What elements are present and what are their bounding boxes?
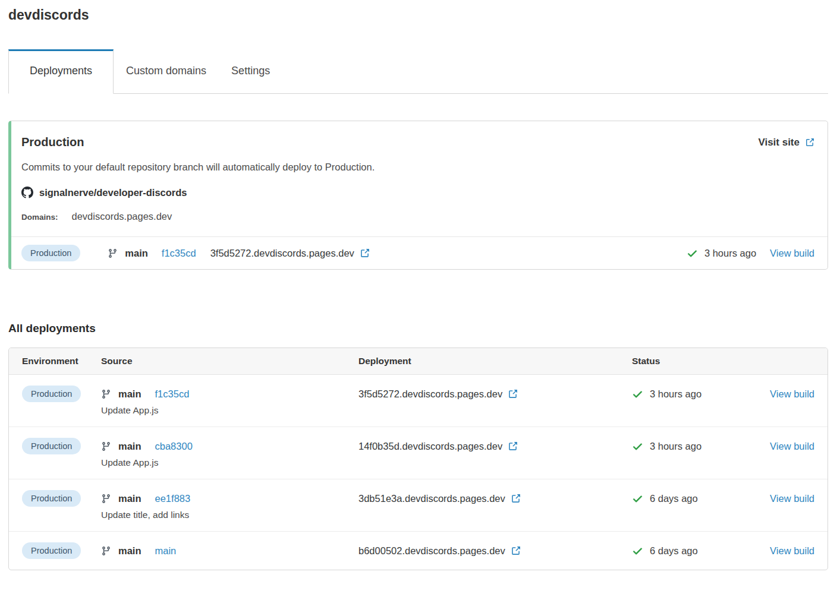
deployment-row: Production main cba8300 Update App.js 14… [9, 427, 828, 479]
github-icon [21, 187, 33, 198]
repo-name-link[interactable]: signalnerve/developer-discords [39, 187, 187, 198]
status-time: 3 hours ago [650, 441, 701, 452]
branch-name: main [118, 388, 141, 400]
commit-link[interactable]: main [155, 545, 177, 557]
git-branch-icon [101, 441, 111, 451]
all-deployments-title: All deployments [8, 322, 828, 335]
production-deployment-row: Production main f1c35cd 3f5d5272.devdisc… [11, 236, 828, 269]
status-cell: 3 hours ago [632, 438, 761, 454]
git-branch-icon [101, 546, 111, 556]
commit-link[interactable]: f1c35cd [162, 248, 196, 259]
external-link-icon [508, 441, 518, 451]
tab-settings[interactable]: Settings [219, 49, 282, 93]
status-time: 3 hours ago [650, 388, 701, 400]
page-title: devdiscords [8, 7, 828, 23]
status-cell: 6 days ago [632, 542, 761, 559]
source-cell: main cba8300 Update App.js [101, 438, 358, 468]
commit-link[interactable]: ee1f883 [155, 493, 191, 504]
deployment-cell: 3db51e3a.devdiscords.pages.dev [358, 490, 632, 507]
environment-badge: Production [22, 542, 81, 559]
check-icon [632, 545, 643, 557]
column-header-source: Source [101, 348, 358, 374]
commit-message: Update App.js [101, 405, 358, 416]
deployment-cell: 3f5d5272.devdiscords.pages.dev [358, 386, 632, 402]
environment-badge: Production [22, 438, 81, 454]
deployment-url: b6d00502.devdiscords.pages.dev [358, 545, 505, 557]
deployment-row: Production main f1c35cd Update App.js 3f… [9, 375, 828, 427]
check-icon [632, 441, 643, 452]
view-build-link[interactable]: View build [770, 441, 814, 452]
environment-cell: Production [22, 542, 101, 559]
git-branch-icon [101, 494, 111, 504]
external-link-icon [508, 389, 518, 399]
view-build-link[interactable]: View build [770, 493, 814, 504]
column-header-deployment: Deployment [358, 348, 632, 374]
view-build-link[interactable]: View build [770, 388, 814, 400]
environment-badge: Production [21, 245, 80, 261]
commit-link[interactable]: f1c35cd [155, 388, 190, 400]
production-card-title: Production [21, 135, 84, 149]
status-time: 6 days ago [650, 493, 698, 504]
status-cell: 3 hours ago [632, 386, 761, 402]
environment-cell: Production [22, 386, 101, 402]
column-header-status: Status [632, 348, 761, 374]
table-header-row: Environment Source Deployment Status [9, 348, 828, 375]
check-icon [687, 248, 698, 259]
check-icon [632, 493, 643, 504]
deployment-url-link[interactable]: b6d00502.devdiscords.pages.dev [358, 545, 521, 557]
status-group: 3 hours ago View build [687, 248, 814, 259]
external-link-icon [511, 494, 521, 504]
column-header-spacer [761, 348, 814, 374]
git-branch-icon [108, 248, 118, 258]
git-branch-icon [101, 389, 111, 399]
commit-message: Update title, add links [101, 510, 358, 520]
deployment-url: 3f5d5272.devdiscords.pages.dev [358, 388, 502, 400]
environment-cell: Production [22, 438, 101, 454]
deployments-table-body: Production main f1c35cd Update App.js 3f… [9, 375, 828, 570]
visit-site-link[interactable]: Visit site [758, 137, 814, 149]
status-time: 6 days ago [650, 545, 698, 557]
environment-cell: Production [22, 490, 101, 507]
view-build-cell: View build [761, 542, 814, 559]
branch-name: main [118, 545, 141, 557]
deployment-url-link[interactable]: 3f5d5272.devdiscords.pages.dev [358, 388, 518, 400]
commit-message: Update App.js [101, 457, 358, 468]
domains-value: devdiscords.pages.dev [72, 211, 172, 222]
view-build-cell: View build [761, 490, 814, 507]
branch-name: main [125, 248, 148, 259]
source-cell: main main [101, 542, 358, 559]
view-build-cell: View build [761, 438, 814, 454]
view-build-link[interactable]: View build [770, 545, 814, 557]
deployment-url: 3f5d5272.devdiscords.pages.dev [210, 248, 354, 259]
deployment-url-link[interactable]: 3f5d5272.devdiscords.pages.dev [210, 248, 370, 259]
deployments-table: Environment Source Deployment Status Pro… [8, 348, 828, 570]
check-icon [632, 388, 643, 400]
tab-deployments[interactable]: Deployments [8, 49, 114, 94]
production-card-body: Production Visit site Commits to your de… [11, 121, 828, 236]
environment-badge: Production [22, 386, 81, 402]
column-header-environment: Environment [22, 348, 101, 374]
deployment-row: Production main ee1f883 Update title, ad… [9, 479, 828, 531]
commit-link[interactable]: cba8300 [155, 441, 193, 452]
external-link-icon [511, 546, 521, 556]
branch-name: main [118, 441, 141, 452]
external-link-icon [805, 138, 814, 147]
deployment-url: 3db51e3a.devdiscords.pages.dev [358, 493, 505, 504]
tab-custom-domains[interactable]: Custom domains [114, 49, 219, 93]
deployment-url: 14f0b35d.devdiscords.pages.dev [358, 441, 502, 452]
external-link-icon [360, 248, 370, 258]
status-time: 3 hours ago [704, 248, 756, 259]
deployment-url-link[interactable]: 3db51e3a.devdiscords.pages.dev [358, 493, 521, 504]
pages-project-page: devdiscords Deployments Custom domains S… [0, 7, 840, 580]
production-card: Production Visit site Commits to your de… [8, 121, 828, 270]
deployment-url-link[interactable]: 14f0b35d.devdiscords.pages.dev [358, 441, 518, 452]
view-build-link[interactable]: View build [770, 248, 814, 259]
deployment-cell: b6d00502.devdiscords.pages.dev [358, 542, 632, 559]
repo-row: signalnerve/developer-discords [21, 187, 814, 198]
domains-label: Domains: [21, 213, 58, 222]
deployment-cell: 14f0b35d.devdiscords.pages.dev [358, 438, 632, 454]
source-group: main f1c35cd [108, 248, 196, 259]
environment-badge: Production [22, 490, 81, 507]
visit-site-label: Visit site [758, 137, 800, 149]
source-cell: main ee1f883 Update title, add links [101, 490, 358, 520]
